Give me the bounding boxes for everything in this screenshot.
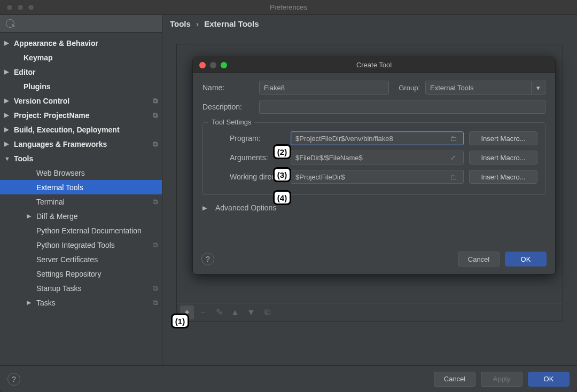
search-input[interactable]	[4, 18, 105, 29]
advanced-options-toggle[interactable]: Advanced Options	[202, 203, 545, 212]
breadcrumb: Tools › External Tools	[162, 15, 577, 33]
list-toolbar: ＋ − ✎ ▲ ▼ ⧉	[177, 303, 563, 321]
chevron-right-icon	[202, 205, 210, 211]
sidebar-item[interactable]: Python Integrated Tools⧉	[0, 238, 162, 252]
sidebar-item-label: Version Control	[14, 97, 69, 105]
insert-macro-wd-button[interactable]: Insert Macro...	[469, 170, 537, 184]
chevron-right-icon	[27, 213, 34, 219]
sidebar-item[interactable]: Editor	[0, 65, 162, 79]
description-input[interactable]	[259, 100, 545, 114]
insert-macro-args-button[interactable]: Insert Macro...	[469, 151, 537, 164]
sidebar-item-label: Plugins	[24, 82, 51, 91]
up-button[interactable]: ▲	[228, 305, 242, 319]
folder-icon[interactable]: 🗀	[447, 173, 459, 181]
sidebar-item-label: Languages & Frameworks	[14, 140, 107, 148]
dialog-help-button[interactable]: ?	[201, 253, 214, 265]
sidebar-item-label: Tasks	[36, 299, 56, 307]
tool-settings-fieldset: Tool Settings Program: $ProjectFileDir$/…	[202, 122, 545, 195]
dialog-title: Create Tool	[193, 61, 555, 69]
dialog-titlebar: Create Tool	[193, 57, 555, 73]
sidebar-item[interactable]: Startup Tasks⧉	[0, 281, 162, 295]
insert-macro-program-button[interactable]: Insert Macro...	[469, 131, 537, 145]
sidebar-item[interactable]: Settings Repository	[0, 266, 162, 281]
cancel-button[interactable]: Cancel	[434, 372, 475, 387]
name-label: Name:	[202, 83, 254, 92]
edit-button[interactable]: ✎	[212, 305, 226, 319]
annotation-2: (2)	[273, 144, 291, 159]
sidebar-item[interactable]: Appearance & Behavior	[0, 36, 162, 50]
profile-scope-icon: ⧉	[153, 140, 158, 148]
annotation-3: (3)	[273, 167, 291, 182]
sidebar-item-label: Startup Tasks	[36, 284, 82, 293]
help-button[interactable]: ?	[7, 373, 20, 386]
sidebar-item[interactable]: Keymap	[0, 50, 162, 65]
name-input[interactable]: Flake8	[259, 81, 389, 95]
sidebar-item[interactable]: Diff & Merge	[0, 209, 162, 223]
chevron-right-icon	[4, 97, 12, 104]
chevron-right-icon	[4, 140, 12, 147]
sidebar-item-label: Editor	[14, 68, 35, 76]
down-button[interactable]: ▼	[244, 305, 258, 319]
profile-scope-icon: ⧉	[153, 284, 158, 293]
sidebar-item-label: Tools	[14, 154, 33, 163]
chevron-right-icon	[4, 126, 12, 133]
program-label: Program:	[210, 134, 285, 143]
dialog-cancel-button[interactable]: Cancel	[458, 252, 500, 266]
chevron-right-icon	[27, 299, 34, 306]
copy-button[interactable]: ⧉	[260, 305, 274, 319]
sidebar-item[interactable]: Build, Execution, Deployment	[0, 122, 162, 137]
annotation-1: (1)	[171, 313, 189, 328]
sidebar-item-label: Terminal	[36, 198, 65, 206]
sidebar-item[interactable]: Tasks⧉	[0, 295, 162, 310]
profile-scope-icon: ⧉	[153, 111, 158, 120]
search-icon	[4, 18, 158, 29]
chevron-down-icon	[4, 155, 12, 162]
sidebar-item[interactable]: External Tools	[0, 180, 162, 194]
program-input[interactable]: $ProjectFileDir$/venv/bin/flake8 🗀	[291, 131, 464, 145]
dialog-body: Name: Flake8 Group: External Tools ▾ Des…	[193, 73, 555, 246]
sidebar-item[interactable]: Terminal⧉	[0, 194, 162, 209]
sidebar-item-label: Keymap	[24, 53, 52, 62]
sidebar-item[interactable]: Plugins	[0, 79, 162, 93]
sidebar-item[interactable]: Languages & Frameworks⧉	[0, 137, 162, 151]
sidebar-item[interactable]: Server Certificates	[0, 252, 162, 266]
sidebar-item-label: Web Browsers	[36, 169, 85, 177]
sidebar-item[interactable]: Version Control⧉	[0, 93, 162, 108]
sidebar-item[interactable]: Python External Documentation	[0, 223, 162, 238]
titlebar: Preferences	[0, 0, 577, 15]
sidebar-item-label: Server Certificates	[36, 255, 98, 264]
chevron-down-icon[interactable]: ▾	[532, 81, 545, 95]
create-tool-dialog: Create Tool Name: Flake8 Group: External…	[192, 57, 556, 275]
dialog-footer: ? Cancel OK	[193, 246, 555, 274]
working-dir-input[interactable]: $ProjectFileDir$ 🗀	[291, 170, 464, 184]
sidebar-item-label: External Tools	[36, 183, 83, 192]
profile-scope-icon: ⧉	[153, 241, 158, 249]
profile-scope-icon: ⧉	[153, 198, 158, 206]
sidebar-item[interactable]: Tools	[0, 151, 162, 166]
annotation-4: (4)	[273, 190, 291, 205]
description-label: Description:	[202, 103, 254, 111]
sidebar-item-label: Python External Documentation	[36, 226, 142, 235]
profile-scope-icon: ⧉	[153, 299, 158, 307]
sidebar-item-label: Settings Repository	[36, 270, 101, 278]
group-label: Group:	[394, 84, 420, 92]
footer: ? Cancel Apply OK	[0, 365, 577, 392]
ok-button[interactable]: OK	[528, 372, 570, 387]
expand-icon[interactable]: ⤢	[447, 154, 459, 161]
crumb-external-tools: External Tools	[204, 19, 259, 28]
tool-settings-legend: Tool Settings	[208, 118, 254, 126]
sidebar-item-label: Appearance & Behavior	[14, 39, 98, 48]
sidebar-item-label: Build, Execution, Deployment	[14, 126, 120, 134]
crumb-tools[interactable]: Tools	[170, 19, 191, 28]
settings-tree[interactable]: Appearance & BehaviorKeymapEditorPlugins…	[0, 33, 162, 365]
chevron-right-icon	[4, 112, 12, 119]
sidebar-item-label: Diff & Merge	[36, 212, 78, 221]
arguments-input[interactable]: $FileDir$/$FileName$ ⤢	[291, 151, 464, 164]
sidebar-item[interactable]: Project: ProjectName⧉	[0, 108, 162, 122]
apply-button[interactable]: Apply	[481, 372, 523, 387]
sidebar-item[interactable]: Web Browsers	[0, 166, 162, 180]
dialog-ok-button[interactable]: OK	[505, 252, 547, 266]
remove-button[interactable]: −	[196, 305, 210, 319]
folder-icon[interactable]: 🗀	[447, 135, 459, 143]
group-select[interactable]: External Tools	[425, 81, 532, 95]
